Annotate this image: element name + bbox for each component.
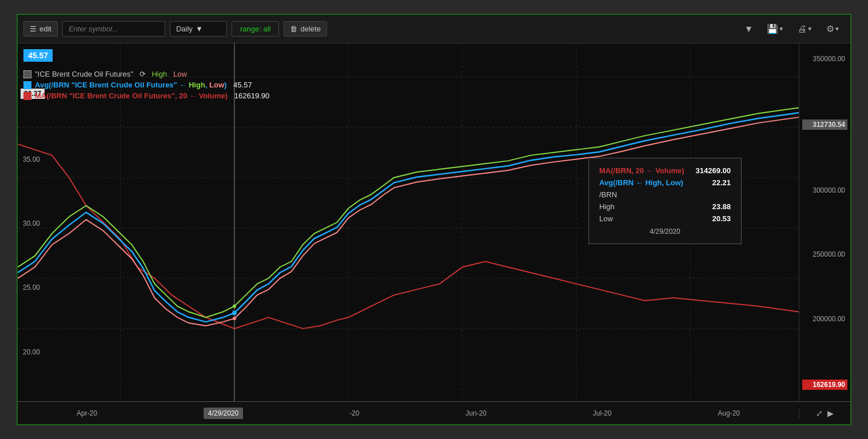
period-select[interactable]: Daily ▼ — [170, 21, 227, 37]
avg-value: 45.57 — [233, 81, 252, 89]
tooltip: MA(/BRN, 20 ← Volume) 314269.00 Avg(/BRN… — [588, 158, 742, 244]
tooltip-ma-label: MA(/BRN, 20 ← Volume) — [599, 166, 684, 175]
settings-dropdown-icon: ▼ — [834, 26, 840, 32]
ma-legend-row: MA(/BRN "ICE Brent Crude Oil Futures", 2… — [35, 91, 269, 100]
tooltip-avg-row: Avg(/BRN ← High, Low) 22.21 — [599, 178, 731, 187]
range-button[interactable]: range: all — [232, 21, 280, 37]
series1-label: "ICE Brent Crude Oil Futures" ⟳ High Low — [35, 70, 187, 78]
low-label: Low — [173, 70, 187, 78]
high-label: High — [152, 70, 167, 78]
price-20: 20.00 — [21, 348, 45, 356]
tooltip-high-row: High 23.88 — [599, 202, 731, 211]
tooltip-ma-value: 314269.00 — [696, 166, 731, 175]
svg-point-14 — [233, 317, 236, 320]
x-axis-controls: ⤢ ▶ — [799, 409, 850, 418]
scroll-right-button[interactable]: ▶ — [827, 409, 834, 418]
y-label-200000: 200000.00 — [802, 315, 847, 323]
edit-label: edit — [39, 25, 51, 33]
gear-icon: ⚙ — [826, 23, 834, 34]
save-button[interactable]: 💾 ▼ — [762, 21, 789, 37]
ma-swatch — [23, 92, 31, 100]
tooltip-low-row: Low 20.53 — [599, 214, 731, 223]
tooltip-date: 4/29/2020 — [599, 228, 731, 236]
delete-label: delete — [300, 25, 320, 33]
x-axis-labels: Apr-20 4/29/2020 -20 Jun-20 Jul-20 Aug-2… — [18, 408, 799, 419]
price-35: 35.00 — [21, 155, 45, 163]
tooltip-ma-row: MA(/BRN, 20 ← Volume) 314269.00 — [599, 166, 731, 175]
x-label-jul20: Jul-20 — [593, 409, 612, 417]
range-prefix: range: — [240, 25, 261, 33]
y-label-350000: 350000.00 — [802, 55, 847, 63]
series1-name: "ICE Brent Crude Oil Futures" — [35, 70, 133, 78]
tooltip-brn-section: /BRN High 23.88 Low 20.53 — [599, 190, 731, 223]
toolbar: ☰ edit Daily ▼ range: all 🗑 delete ▼ 💾 ▼… — [18, 15, 850, 43]
chart-container: ☰ edit Daily ▼ range: all 🗑 delete ▼ 💾 ▼… — [17, 14, 851, 425]
x-label-4292020: 4/29/2020 — [204, 408, 243, 419]
save-dropdown-icon: ▼ — [778, 26, 784, 32]
tooltip-brn-row: /BRN — [599, 190, 731, 199]
tooltip-low-value: 20.53 — [712, 214, 731, 223]
svg-point-15 — [233, 305, 236, 308]
chart-main[interactable]: 45.57 "ICE Brent Crude Oil Futures" ⟳ Hi… — [18, 43, 799, 401]
period-label: Daily — [176, 25, 193, 33]
y-label-312730: 312730.54 — [802, 119, 847, 130]
ma-value: 162619.90 — [234, 91, 269, 100]
tooltip-low-label: Low — [599, 214, 613, 223]
range-value: all — [263, 25, 270, 33]
dropdown-button[interactable]: ▼ — [739, 21, 758, 37]
tooltip-brn-label: /BRN — [599, 190, 617, 199]
y-axis-right: 350000.00 312730.54 300000.00 250000.00 … — [799, 43, 850, 401]
tooltip-high-value: 23.88 — [712, 202, 731, 211]
tooltip-high-label: High — [599, 202, 615, 211]
print-icon: 🖨 — [798, 24, 807, 34]
tooltip-avg-label: Avg(/BRN ← High, Low) — [599, 178, 683, 187]
symbol-input[interactable] — [62, 21, 165, 37]
svg-point-13 — [232, 311, 237, 316]
zoom-fit-button[interactable]: ⤢ — [816, 409, 823, 418]
avg-swatch — [23, 81, 31, 89]
x-label-jun20: Jun-20 — [465, 409, 487, 417]
y-label-162619: 162619.90 — [802, 380, 847, 390]
y-label-250000: 250000.00 — [802, 250, 847, 258]
print-dropdown-icon: ▼ — [807, 26, 813, 32]
save-icon: 💾 — [767, 23, 778, 34]
print-button[interactable]: 🖨 ▼ — [793, 21, 817, 37]
chevron-down-icon: ▼ — [744, 24, 753, 34]
x-label-may20: -20 — [349, 409, 359, 417]
x-label-aug20: Aug-20 — [718, 409, 740, 417]
list-icon: ☰ — [30, 25, 37, 33]
x-label-apr20: Apr-20 — [77, 409, 97, 417]
price-badge: 45.57 — [23, 49, 53, 62]
price-25: 25.00 — [21, 284, 45, 292]
delete-button[interactable]: 🗑 delete — [284, 21, 327, 37]
x-axis: Apr-20 4/29/2020 -20 Jun-20 Jul-20 Aug-2… — [18, 401, 850, 424]
legend: 45.57 "ICE Brent Crude Oil Futures" ⟳ Hi… — [23, 49, 269, 102]
y-label-300000: 300000.00 — [802, 186, 847, 194]
tooltip-avg-value: 22.21 — [712, 178, 731, 187]
edit-button[interactable]: ☰ edit — [23, 21, 58, 37]
settings-button[interactable]: ⚙ ▼ — [822, 21, 845, 37]
chevron-down-icon: ▼ — [196, 25, 203, 33]
trash-icon: 🗑 — [290, 25, 297, 33]
avg-legend-row: Avg(/BRN "ICE Brent Crude Oil Futures" ←… — [35, 81, 252, 89]
chart-area: 45.57 "ICE Brent Crude Oil Futures" ⟳ Hi… — [18, 43, 850, 401]
price-30: 30.00 — [21, 220, 45, 228]
series1-swatch — [23, 70, 31, 78]
